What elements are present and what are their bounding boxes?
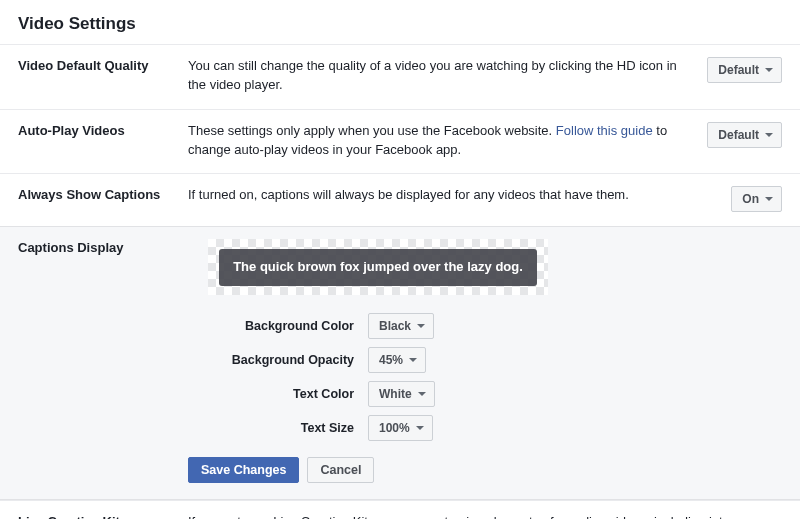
option-label: Text Size [188,419,368,437]
row-live-creative-kit: Live Creative Kit If you set up a Live C… [0,500,800,519]
video-quality-dropdown[interactable]: Default [707,57,782,83]
caption-sample-text: The quick brown fox jumped over the lazy… [219,249,537,286]
caret-down-icon [765,197,773,201]
always-show-captions-dropdown[interactable]: On [731,186,782,212]
follow-this-guide-link[interactable]: Follow this guide [556,123,653,138]
row-autoplay-videos: Auto-Play Videos These settings only app… [0,109,800,174]
video-settings-panel: Video Settings Video Default Quality You… [0,0,800,519]
caret-down-icon [416,426,424,430]
row-description: If you set up a Live Creative Kit, you c… [188,513,743,519]
option-label: Text Color [188,385,368,403]
row-description: If turned on, captions will always be di… [188,186,731,212]
option-label: Background Opacity [188,351,368,369]
row-captions-display: Captions Display The quick brown fox jum… [0,226,800,500]
caret-down-icon [765,68,773,72]
dropdown-value: Default [718,61,759,79]
dropdown-value: 45% [379,351,403,369]
dropdown-value: 100% [379,419,410,437]
row-label: Always Show Captions [18,186,188,212]
page-title: Video Settings [0,0,800,44]
row-label: Video Default Quality [18,57,188,95]
dropdown-value: On [742,190,759,208]
caption-preview-area: The quick brown fox jumped over the lazy… [208,239,548,295]
text-size-dropdown[interactable]: 100% [368,415,433,441]
row-description: These settings only apply when you use t… [188,122,707,160]
row-description: You can still change the quality of a vi… [188,57,707,95]
text-color-dropdown[interactable]: White [368,381,435,407]
dropdown-value: Black [379,317,411,335]
caret-down-icon [409,358,417,362]
save-changes-button[interactable]: Save Changes [188,457,299,483]
dropdown-value: Default [718,126,759,144]
row-label: Live Creative Kit [18,513,188,519]
option-background-color: Background Color Black [188,313,768,339]
caret-down-icon [418,392,426,396]
autoplay-dropdown[interactable]: Default [707,122,782,148]
row-label: Auto-Play Videos [18,122,188,160]
row-always-show-captions: Always Show Captions If turned on, capti… [0,173,800,226]
dropdown-value: White [379,385,412,403]
cancel-button[interactable]: Cancel [307,457,374,483]
option-text-color: Text Color White [188,381,768,407]
row-label: Captions Display [18,239,188,483]
option-background-opacity: Background Opacity 45% [188,347,768,373]
row-video-default-quality: Video Default Quality You can still chan… [0,44,800,109]
option-text-size: Text Size 100% [188,415,768,441]
background-color-dropdown[interactable]: Black [368,313,434,339]
captions-display-body: The quick brown fox jumped over the lazy… [188,239,782,483]
caret-down-icon [417,324,425,328]
option-label: Background Color [188,317,368,335]
caret-down-icon [765,133,773,137]
background-opacity-dropdown[interactable]: 45% [368,347,426,373]
